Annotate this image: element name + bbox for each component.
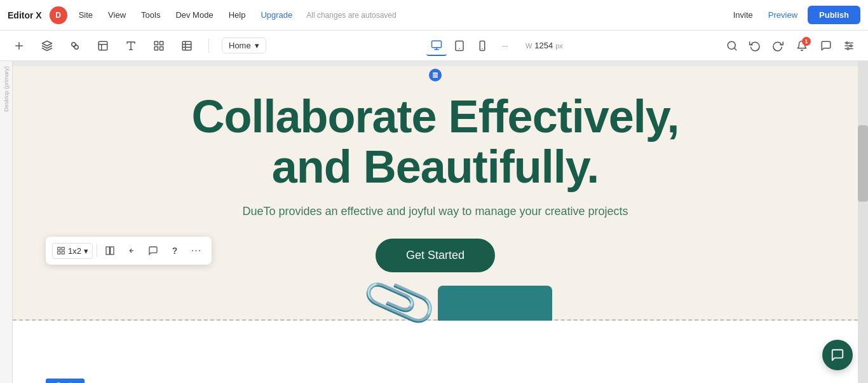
nav-upgrade[interactable]: Upgrade: [254, 8, 299, 22]
svg-rect-7: [98, 41, 107, 50]
svg-rect-40: [111, 247, 114, 254]
svg-point-33: [850, 45, 852, 46]
table-icon[interactable]: [178, 37, 196, 55]
ft-divider-1: [97, 244, 97, 257]
svg-rect-12: [154, 41, 158, 45]
mobile-device-btn[interactable]: [472, 36, 492, 56]
notification-badge: 1: [802, 37, 811, 46]
ft-layout-btn[interactable]: [101, 242, 119, 260]
floating-element-toolbar: 1x2 ▾ ? ···: [46, 237, 212, 265]
grid-type-selector[interactable]: 1x2 ▾: [52, 243, 93, 259]
undo-icon[interactable]: [746, 37, 764, 55]
svg-marker-2: [43, 41, 52, 46]
page-name: Home: [229, 41, 251, 50]
nav-help[interactable]: Help: [222, 8, 252, 22]
invite-button[interactable]: Invite: [728, 8, 758, 22]
width-label: W: [526, 42, 532, 50]
page-selector[interactable]: Home ▾: [222, 38, 266, 53]
section-top-handle[interactable]: [429, 69, 442, 81]
toolbar: Home ▾ ··· W 1254 px 1: [0, 31, 868, 61]
settings-panel-icon[interactable]: [840, 37, 858, 55]
canvas-area: Desktop (primary) 1fr Collaborate Effect…: [0, 61, 868, 383]
width-value: 1254: [534, 41, 553, 50]
nav-tools[interactable]: Tools: [135, 8, 166, 22]
grid-type-icon: [57, 246, 65, 255]
desktop-device-btn[interactable]: [426, 36, 447, 56]
scrollbar-thumb[interactable]: [858, 125, 868, 202]
hero-cta-button[interactable]: Get Started: [376, 239, 495, 272]
svg-rect-20: [431, 41, 441, 48]
grid-icon[interactable]: [150, 37, 168, 55]
top-bar: Editor X D Site View Tools Dev Mode Help…: [0, 0, 868, 31]
svg-point-32: [846, 42, 848, 44]
width-unit: px: [555, 42, 563, 50]
svg-line-28: [734, 48, 736, 50]
publish-button[interactable]: Publish: [808, 6, 860, 24]
chevron-down-icon: ▾: [84, 246, 88, 256]
svg-rect-13: [160, 41, 163, 45]
grid-type-label: 1x2: [68, 246, 81, 256]
ft-help-btn[interactable]: ?: [166, 242, 184, 260]
section-badge[interactable]: Section: [46, 379, 85, 383]
svg-point-34: [847, 48, 849, 50]
toolbar-divider-1: [208, 38, 209, 53]
cms-icon[interactable]: [94, 37, 112, 55]
ft-arrange-btn[interactable]: [123, 242, 140, 260]
svg-point-4: [74, 45, 78, 49]
nav-site[interactable]: Site: [72, 8, 99, 22]
redo-icon[interactable]: [769, 37, 787, 55]
svg-rect-14: [154, 46, 158, 50]
hero-title: Collaborate Effectively, and Beautifully…: [64, 92, 807, 192]
ruler-left: Desktop (primary): [0, 61, 13, 383]
autosave-text: All changes are autosaved: [306, 11, 396, 20]
ruler-label: Desktop (primary): [3, 66, 10, 112]
more-devices-btn[interactable]: ···: [495, 36, 515, 56]
toolbar-right: 1: [723, 36, 858, 56]
teal-platform-illustration: [438, 286, 552, 321]
ft-comment-btn[interactable]: [144, 242, 162, 260]
width-display: W 1254 px: [526, 41, 563, 50]
hero-subtitle: DueTo provides an effective and joyful w…: [64, 205, 807, 218]
paperclip-illustration: 📎: [360, 265, 438, 338]
avatar-button[interactable]: D: [50, 6, 67, 24]
notifications-button[interactable]: 1: [792, 36, 812, 56]
top-right-actions: Invite Preview Publish: [728, 6, 860, 24]
layers-icon[interactable]: [38, 37, 56, 55]
section-badge-label: Section: [56, 381, 79, 384]
page-canvas: 1fr Collaborate Effectively, and Beautif…: [13, 66, 858, 383]
svg-rect-37: [58, 251, 60, 254]
svg-rect-38: [62, 251, 64, 254]
svg-rect-35: [58, 247, 60, 250]
add-icon[interactable]: [10, 37, 28, 55]
chat-button[interactable]: [822, 340, 853, 370]
hero-section: Collaborate Effectively, and Beautifully…: [13, 66, 858, 321]
app-logo: Editor X: [8, 10, 42, 20]
comments-icon[interactable]: [817, 37, 835, 55]
device-selector: ···: [426, 36, 515, 56]
nav-view[interactable]: View: [102, 8, 132, 22]
svg-rect-36: [62, 247, 64, 250]
chevron-down-icon: ▾: [255, 41, 259, 50]
preview-button[interactable]: Preview: [763, 8, 803, 22]
zoom-icon[interactable]: [723, 37, 741, 55]
svg-rect-16: [182, 41, 191, 50]
scrollbar[interactable]: [858, 61, 868, 383]
svg-rect-39: [106, 247, 109, 254]
nav-devmode[interactable]: Dev Mode: [169, 8, 219, 22]
text-icon[interactable]: [122, 37, 140, 55]
tablet-device-btn[interactable]: [449, 36, 470, 56]
svg-rect-15: [160, 46, 163, 50]
components-icon[interactable]: [66, 37, 84, 55]
ft-more-btn[interactable]: ···: [187, 242, 205, 260]
